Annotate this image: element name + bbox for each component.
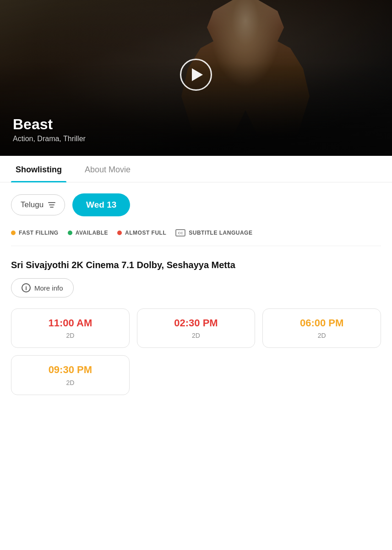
language-filter-button[interactable]: Telugu — [11, 194, 65, 215]
filter-line-3 — [50, 207, 54, 208]
showtime-card-1100am[interactable]: 11:00 AM 2D — [11, 308, 130, 348]
almost-full-dot — [117, 231, 122, 235]
showtime-card-0230pm[interactable]: 02:30 PM 2D — [137, 308, 256, 348]
hero-info: Beast Action, Drama, Thriller — [0, 116, 98, 156]
showtime-time-0930pm: 09:30 PM — [19, 364, 122, 376]
play-icon — [192, 68, 203, 81]
legend-available: AVAILABLE — [68, 230, 108, 236]
more-info-label: More info — [34, 284, 63, 292]
date-filter-button[interactable]: Wed 13 — [72, 193, 130, 216]
almost-full-label: ALMOST FULL — [125, 230, 166, 236]
legend-fast-filling: FAST FILLING — [11, 230, 59, 236]
showtime-format-0600pm: 2D — [270, 332, 373, 339]
showtime-format-1100am: 2D — [19, 332, 122, 339]
subtitle-label: SUBTITLE LANGUAGE — [189, 230, 252, 236]
legend-almost-full: ALMOST FULL — [117, 230, 166, 236]
available-label: AVAILABLE — [76, 230, 108, 236]
showtime-card-0600pm[interactable]: 06:00 PM 2D — [262, 308, 381, 348]
cinema-name: Sri Sivajyothi 2K Cinema 7.1 Dolby, Sesh… — [11, 259, 381, 271]
movie-genre: Action, Drama, Thriller — [13, 135, 86, 143]
filter-line-1 — [48, 202, 55, 203]
filter-icon — [48, 202, 55, 208]
showtime-format-0930pm: 2D — [19, 379, 122, 386]
play-button[interactable] — [180, 59, 212, 91]
fast-filling-label: FAST FILLING — [19, 230, 59, 236]
showtime-grid-row1: 11:00 AM 2D 02:30 PM 2D 06:00 PM 2D — [11, 308, 381, 355]
cc-icon: CC — [175, 229, 185, 236]
cinema-section: Sri Sivajyothi 2K Cinema 7.1 Dolby, Sesh… — [0, 246, 392, 410]
showtime-card-0930pm[interactable]: 09:30 PM 2D — [11, 355, 130, 395]
movie-title: Beast — [13, 116, 86, 133]
tab-showlisting[interactable]: Showlisting — [11, 156, 66, 182]
available-dot — [68, 231, 72, 235]
hero-section: Beast Action, Drama, Thriller — [0, 0, 392, 156]
showtime-grid-row2: 09:30 PM 2D — [11, 355, 381, 409]
legend-subtitle: CC SUBTITLE LANGUAGE — [175, 229, 252, 236]
date-label: Wed 13 — [86, 200, 116, 209]
showtime-time-0230pm: 02:30 PM — [145, 317, 248, 329]
tab-about-movie[interactable]: About Movie — [80, 156, 135, 182]
filter-line-2 — [49, 204, 54, 205]
language-label: Telugu — [21, 200, 44, 209]
more-info-button[interactable]: i More info — [11, 278, 74, 297]
fast-filling-dot — [11, 231, 16, 235]
showtime-time-1100am: 11:00 AM — [19, 317, 122, 329]
filters-row: Telugu Wed 13 — [0, 182, 392, 224]
legend-row: FAST FILLING AVAILABLE ALMOST FULL CC SU… — [0, 224, 392, 246]
showtime-format-0230pm: 2D — [145, 332, 248, 339]
showtime-time-0600pm: 06:00 PM — [270, 317, 373, 329]
tab-bar: Showlisting About Movie — [0, 156, 392, 182]
info-icon: i — [22, 283, 31, 292]
